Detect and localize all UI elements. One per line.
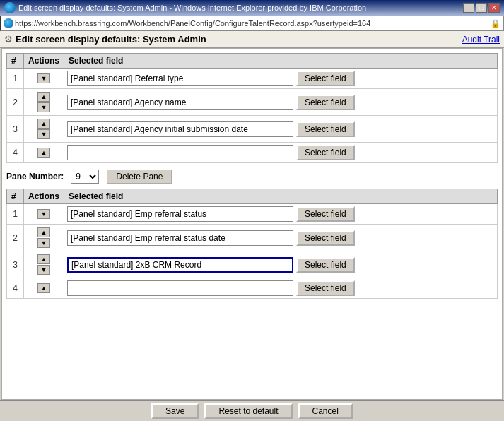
- col-actions-1: Actions: [24, 54, 64, 69]
- col-num-2: #: [7, 189, 24, 204]
- field-input[interactable]: [67, 95, 293, 110]
- reset-button[interactable]: Reset to default: [204, 403, 292, 419]
- gear-icon: ⚙: [4, 34, 13, 45]
- select-field-button[interactable]: Select field: [296, 257, 355, 273]
- save-button[interactable]: Save: [151, 403, 199, 419]
- table-row: 4 ▲ Select field: [7, 278, 498, 299]
- actions-cell: ▼: [24, 69, 64, 89]
- address-bar: https://workbench.brassring.com/Workbenc…: [0, 16, 504, 31]
- move-down-button[interactable]: ▼: [37, 209, 50, 219]
- move-down-button[interactable]: ▼: [37, 73, 50, 83]
- pane-label: Pane Number:: [6, 172, 64, 182]
- actions-cell: ▲: [24, 143, 64, 163]
- ie-icon: [4, 2, 16, 13]
- field-input[interactable]: [67, 206, 293, 222]
- page-title: Edit screen display defaults: System Adm…: [16, 34, 206, 45]
- table-row: 1 ▼ Select field: [7, 69, 498, 89]
- col-selected-2: Selected field: [64, 189, 498, 204]
- field-input[interactable]: [67, 145, 293, 160]
- section1-table: # Actions Selected field 1 ▼ Select fiel…: [6, 53, 498, 163]
- move-down-button[interactable]: ▼: [37, 102, 50, 112]
- select-field-button[interactable]: Select field: [296, 206, 355, 222]
- select-field-button[interactable]: Select field: [296, 145, 355, 160]
- move-up-button[interactable]: ▲: [37, 283, 50, 293]
- url-text: https://workbench.brassring.com/Workbenc…: [15, 19, 370, 28]
- move-down-button[interactable]: ▼: [37, 238, 50, 248]
- move-up-button[interactable]: ▲: [37, 119, 50, 129]
- pane-number-row: Pane Number: 9 1 2 3 4 5 6 7 8 10 Delete…: [6, 169, 498, 184]
- col-selected-1: Selected field: [64, 54, 498, 69]
- maximize-button[interactable]: □: [476, 3, 487, 13]
- field-cell: Select field: [64, 116, 498, 143]
- field-input[interactable]: [67, 280, 293, 296]
- minimize-button[interactable]: _: [463, 3, 474, 13]
- table-row: 3 ▲ ▼ Select field: [7, 251, 498, 278]
- field-cell: Select field: [64, 225, 498, 251]
- close-button[interactable]: ✕: [488, 3, 500, 13]
- field-input-active[interactable]: [67, 257, 293, 273]
- actions-cell: ▲ ▼: [24, 89, 64, 116]
- move-up-button[interactable]: ▲: [37, 227, 50, 237]
- row-num: 4: [7, 143, 24, 163]
- window-controls[interactable]: _ □ ✕: [463, 3, 500, 13]
- row-num: 3: [7, 116, 24, 143]
- row-num: 2: [7, 225, 24, 251]
- actions-cell: ▲ ▼: [24, 225, 64, 251]
- title-bar: Edit screen display defaults: System Adm…: [0, 0, 504, 16]
- field-cell: Select field: [64, 143, 498, 163]
- row-num: 1: [7, 204, 24, 225]
- delete-pane-button[interactable]: Delete Pane: [106, 169, 172, 184]
- cancel-button[interactable]: Cancel: [298, 403, 353, 419]
- actions-cell: ▲ ▼: [24, 116, 64, 143]
- field-cell: Select field: [64, 278, 498, 299]
- actions-cell: ▲: [24, 278, 64, 299]
- title-bar-text: Edit screen display defaults: System Adm…: [18, 4, 366, 12]
- col-num-1: #: [7, 54, 24, 69]
- select-field-button[interactable]: Select field: [296, 121, 355, 137]
- bottom-bar: Save Reset to default Cancel: [0, 400, 504, 421]
- select-field-button[interactable]: Select field: [296, 95, 355, 110]
- table-row: 4 ▲ Select field: [7, 143, 498, 163]
- lock-icon: 🔒: [491, 19, 500, 28]
- table-row: 1 ▼ Select field: [7, 204, 498, 225]
- row-num: 3: [7, 251, 24, 278]
- col-actions-2: Actions: [24, 189, 64, 204]
- move-down-button[interactable]: ▼: [37, 129, 50, 139]
- field-cell: Select field: [64, 69, 498, 89]
- field-cell: Select field: [64, 89, 498, 116]
- row-num: 4: [7, 278, 24, 299]
- move-up-button[interactable]: ▲: [37, 254, 50, 264]
- row-num: 2: [7, 89, 24, 116]
- field-input[interactable]: [67, 121, 293, 137]
- select-field-button[interactable]: Select field: [296, 230, 355, 246]
- move-down-button[interactable]: ▼: [37, 265, 50, 275]
- field-cell: Select field: [64, 251, 498, 278]
- row-num: 1: [7, 69, 24, 89]
- move-up-button[interactable]: ▲: [37, 92, 50, 102]
- move-up-button[interactable]: ▲: [37, 148, 50, 158]
- select-field-button[interactable]: Select field: [296, 280, 355, 296]
- table-row: 2 ▲ ▼ Select field: [7, 89, 498, 116]
- table-row: 3 ▲ ▼ Select field: [7, 116, 498, 143]
- page-header: ⚙ Edit screen display defaults: System A…: [0, 31, 504, 48]
- table-row: 2 ▲ ▼ Select field: [7, 225, 498, 251]
- field-cell: Select field: [64, 204, 498, 225]
- pane-select[interactable]: 9 1 2 3 4 5 6 7 8 10: [71, 170, 99, 184]
- actions-cell: ▲ ▼: [24, 251, 64, 278]
- field-input[interactable]: [67, 71, 293, 86]
- audit-trail-link[interactable]: Audit Trail: [462, 35, 500, 45]
- section2-table: # Actions Selected field 1 ▼ Select fiel…: [6, 189, 498, 299]
- main-content: # Actions Selected field 1 ▼ Select fiel…: [1, 48, 503, 400]
- actions-cell: ▼: [24, 204, 64, 225]
- field-input[interactable]: [67, 230, 293, 246]
- select-field-button[interactable]: Select field: [296, 71, 355, 86]
